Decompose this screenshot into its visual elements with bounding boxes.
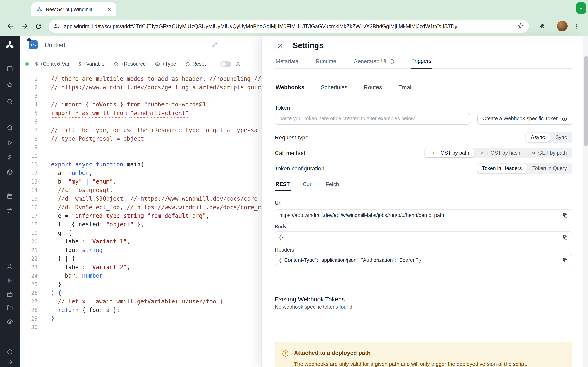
menu-kebab-icon[interactable] xyxy=(573,23,580,29)
snippet-tabs: REST Curl Fetch xyxy=(275,180,572,191)
star-icon[interactable] xyxy=(7,82,13,88)
user-mode-icon[interactable] xyxy=(235,61,241,67)
call-method-label: Call method xyxy=(275,150,305,156)
token-in-headers[interactable]: Token in Headers xyxy=(477,164,527,173)
code-line xyxy=(51,117,261,126)
app-sidebar: ⚙ xyxy=(0,36,20,367)
browser-chrome: New Script | Windmill xyxy=(0,0,588,36)
dollar-icon: $ xyxy=(35,61,38,67)
line-number: 21 xyxy=(20,246,38,254)
browser-dropdown-button[interactable] xyxy=(576,2,586,14)
profile-avatar[interactable] xyxy=(557,21,568,31)
request-type-async[interactable]: Async xyxy=(526,133,550,142)
add-resource-button[interactable]: +Resource xyxy=(113,61,146,67)
tab-fetch[interactable]: Fetch xyxy=(325,180,340,191)
add-context-var-button[interactable]: $ +Context Var xyxy=(35,61,69,67)
code-line: //d: wmill.S3Object, // https://www.wind… xyxy=(51,194,261,203)
variables-dollar-icon[interactable] xyxy=(7,154,13,161)
copy-icon[interactable] xyxy=(562,257,568,263)
settings-panel: Settings Metadata Runtime Generated UI T… xyxy=(261,36,583,367)
arrow-down-right-icon xyxy=(531,150,536,155)
panel-scrollbar[interactable] xyxy=(583,36,588,367)
tab-generated-ui[interactable]: Generated UI xyxy=(353,56,395,68)
url-label: Url xyxy=(275,200,572,206)
resources-cube-icon[interactable] xyxy=(7,169,13,175)
tab-triggers[interactable]: Triggers xyxy=(411,56,432,68)
url-field: https://app.windmill.dev/api/w/windmill-… xyxy=(275,209,572,221)
tab-rest[interactable]: REST xyxy=(275,180,291,191)
back-button[interactable] xyxy=(5,20,16,32)
assistant-toggle[interactable] xyxy=(221,61,231,67)
settings-header: Settings xyxy=(275,36,572,51)
screen: New Script | Windmill xyxy=(0,0,588,367)
url-text: app.windmill.dev/scripts/add#JTdCJTIyaGF… xyxy=(64,23,513,29)
user-icon[interactable] xyxy=(7,263,13,269)
code-line: // let x = await wmill.getVariable('u/us… xyxy=(51,297,261,306)
windmill-logo-icon[interactable] xyxy=(5,40,15,50)
new-tab-button[interactable] xyxy=(133,4,143,14)
request-type-row: Request type Async Sync xyxy=(275,131,572,143)
reload-button[interactable] xyxy=(33,20,44,32)
panel-layout-icon[interactable] xyxy=(7,66,13,72)
tab-close-icon[interactable] xyxy=(106,6,113,13)
folder-icon[interactable] xyxy=(7,305,13,311)
home-icon[interactable] xyxy=(7,124,13,131)
edit-pencil-icon[interactable] xyxy=(212,42,218,48)
tab-webhooks[interactable]: Webhooks xyxy=(275,83,305,95)
line-number: 6 xyxy=(20,117,38,126)
tab-title: New Script | Windmill xyxy=(46,7,103,12)
code-line: // import { toWords } from "number-to-wo… xyxy=(51,100,261,109)
forward-button[interactable] xyxy=(19,20,30,32)
line-number: 18 xyxy=(20,220,38,229)
browser-tab[interactable]: New Script | Windmill xyxy=(31,2,116,16)
deployed-path-warning: Attached to a deployed path The webhooks… xyxy=(275,342,572,367)
line-number: 28 xyxy=(20,306,38,314)
runs-play-icon[interactable] xyxy=(7,140,13,146)
token-row: Create a Webhook-specific Token xyxy=(275,113,572,125)
line-number: 16 xyxy=(20,203,38,212)
workspace-briefcase-icon[interactable] xyxy=(7,291,13,298)
call-method-post-by-hash[interactable]: POST by hash xyxy=(475,149,525,157)
address-bar[interactable]: app.windmill.dev/scripts/add#JTdCJTIyaGF… xyxy=(49,20,529,33)
copy-icon[interactable] xyxy=(562,212,568,218)
call-method-row: Call method POST by path POST by hash GE… xyxy=(275,147,572,159)
add-type-button[interactable]: +Type xyxy=(155,61,176,67)
call-method-get-by-path[interactable]: GET by path xyxy=(526,149,572,157)
request-type-sync[interactable]: Sync xyxy=(550,133,572,142)
gear-icon[interactable]: ⚙ xyxy=(7,277,13,284)
code-line: //c: Postgresql, xyxy=(51,186,261,194)
code-line xyxy=(51,92,261,100)
extensions-icon[interactable] xyxy=(539,23,545,30)
close-icon[interactable] xyxy=(275,40,285,51)
code-line xyxy=(51,152,261,160)
tab-routes[interactable]: Routes xyxy=(363,83,383,95)
token-input[interactable] xyxy=(275,113,470,125)
status-circle-icon[interactable] xyxy=(7,349,13,355)
tab-email[interactable]: Email xyxy=(398,83,414,95)
tab-runtime[interactable]: Runtime xyxy=(315,56,337,68)
tab-metadata[interactable]: Metadata xyxy=(275,56,300,68)
expand-arrow-icon[interactable] xyxy=(7,359,13,365)
bookmark-star-icon[interactable] xyxy=(517,23,524,29)
eye-icon[interactable] xyxy=(7,318,13,325)
tune-icon[interactable] xyxy=(53,23,60,29)
call-method-post-by-path[interactable]: POST by path xyxy=(425,149,474,157)
add-variable-button[interactable]: $ +Variable xyxy=(78,61,104,67)
line-number: 2 xyxy=(20,83,38,92)
schedules-calendar-icon[interactable] xyxy=(7,193,13,200)
line-number: 10 xyxy=(20,152,38,160)
switch-arrows-icon[interactable] xyxy=(7,208,13,214)
code-line: ) { xyxy=(51,289,261,297)
search-icon[interactable] xyxy=(7,98,13,105)
headers-label: Headers xyxy=(275,247,572,253)
tab-curl[interactable]: Curl xyxy=(302,180,313,191)
code-area[interactable]: 1234567891011121314151617181920212223242… xyxy=(20,73,261,367)
token-in-query[interactable]: Token in Query xyxy=(527,164,572,173)
create-webhook-token-button[interactable]: Create a Webhook-specific Token xyxy=(477,113,572,125)
tab-schedules[interactable]: Schedules xyxy=(320,83,348,95)
copy-icon[interactable] xyxy=(562,234,568,240)
scrollbar-thumb[interactable] xyxy=(584,56,588,146)
token-configuration-row: Token configuration Token in Headers Tok… xyxy=(275,162,572,175)
headers-value: { "Content-Type": "application/json", "A… xyxy=(279,257,559,263)
reset-button[interactable]: Reset xyxy=(185,61,206,67)
